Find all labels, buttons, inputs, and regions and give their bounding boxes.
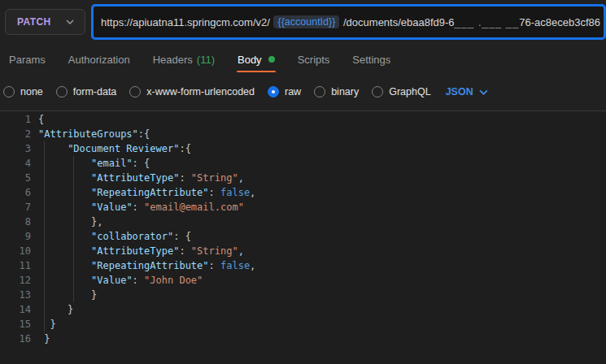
body-code-editor[interactable]: 1{2"AttributeGroups":{3 "Document Review…: [0, 110, 606, 364]
editor-row: 8 },: [0, 214, 606, 229]
line-number: 1: [0, 112, 31, 127]
tab-label: Params: [9, 54, 46, 66]
line-number: 10: [0, 244, 31, 258]
line-number: 5: [0, 171, 31, 185]
raw-format-label: JSON: [446, 86, 473, 98]
code-line[interactable]: "AttributeType": "String",: [31, 244, 244, 258]
radio-icon[interactable]: [56, 86, 68, 98]
request-tabs: ParamsAuthorizationHeaders(11)BodyScript…: [0, 44, 606, 75]
line-number: 16: [0, 332, 31, 346]
line-number: 11: [0, 258, 31, 273]
account-id-variable-chip[interactable]: {{accountId}}: [273, 15, 339, 28]
line-number: 14: [0, 302, 31, 317]
line-number: 3: [0, 141, 31, 156]
editor-row: 6 "RepeatingAttribute": false,: [0, 185, 606, 200]
radio-icon[interactable]: [3, 86, 15, 98]
method-label: PATCH: [17, 16, 51, 28]
url-path: /documents/eb: [340, 16, 412, 28]
editor-row: 16 }: [0, 332, 606, 346]
line-number: 8: [0, 214, 31, 229]
tab-label: Headers: [153, 54, 193, 66]
editor-row: 15 }: [0, 317, 606, 332]
code-line[interactable]: "AttributeGroups":{: [31, 127, 150, 141]
editor-row: 11 "RepeatingAttribute": false,: [0, 258, 606, 273]
radio-label: none: [20, 86, 43, 98]
code-line[interactable]: "RepeatingAttribute": false,: [31, 258, 255, 273]
tab-body[interactable]: Body: [237, 44, 276, 75]
raw-format-dropdown[interactable]: JSON: [446, 86, 488, 98]
code-line[interactable]: {: [31, 112, 44, 127]
tab-label: Settings: [352, 54, 390, 66]
code-line[interactable]: "AttributeType": "String",: [31, 171, 244, 185]
body-type-options: noneform-datax-www-form-urlencodedrawbin…: [3, 86, 431, 98]
line-number: 6: [0, 185, 31, 200]
line-number: 2: [0, 127, 31, 141]
tab-scripts[interactable]: Scripts: [297, 44, 331, 75]
editor-row: 1{: [0, 112, 606, 127]
code-lines: 1{2"AttributeGroups":{3 "Document Review…: [0, 112, 606, 346]
editor-row: 4 "email": {: [0, 156, 606, 171]
url-path-2: aa8fd9-6: [412, 16, 454, 28]
body-type-binary[interactable]: binary: [314, 86, 359, 98]
body-type-graphql[interactable]: GraphQL: [372, 86, 430, 98]
unsaved-changes-dot-icon: [268, 56, 275, 63]
code-line[interactable]: "Value": "John Doe": [31, 273, 203, 288]
code-line[interactable]: "Value": "email@email.com": [31, 200, 244, 214]
radio-label: form-data: [73, 86, 117, 98]
chevron-down-icon: [66, 20, 74, 24]
indent-guide: [73, 156, 74, 302]
tab-authorization[interactable]: Authorization: [68, 44, 131, 75]
editor-row: 2"AttributeGroups":{: [0, 127, 606, 141]
radio-label: binary: [331, 86, 359, 98]
tab-label: Authorization: [68, 54, 130, 66]
editor-row: 3 "Document Reviewer":{: [0, 141, 606, 156]
method-selector[interactable]: PATCH: [5, 9, 85, 35]
request-bar: PATCH https://apiuatna11.springcm.com/v2…: [0, 0, 606, 44]
radio-icon[interactable]: [268, 86, 279, 98]
tab-headers[interactable]: Headers(11): [152, 44, 216, 75]
code-line[interactable]: "Document Reviewer":{: [31, 141, 191, 156]
editor-row: 13 }: [0, 288, 606, 302]
redacted-guid-segment: ___ .___ __: [455, 16, 520, 28]
editor-row: 12 "Value": "John Doe": [0, 273, 606, 288]
url-suffix: 76-ac8eceb3cf86: [519, 16, 600, 28]
body-type-row: noneform-datax-www-form-urlencodedrawbin…: [0, 75, 606, 109]
code-line[interactable]: },: [31, 214, 102, 229]
code-line[interactable]: "collaborator": {: [31, 229, 191, 244]
line-number: 7: [0, 200, 31, 214]
headers-count-badge: (11): [197, 54, 215, 66]
tab-settings[interactable]: Settings: [351, 44, 391, 75]
radio-icon[interactable]: [129, 86, 141, 98]
url-prefix: https://apiuatna11.springcm.com/v2/: [101, 16, 272, 28]
line-number: 4: [0, 156, 31, 171]
editor-row: 14 }: [0, 302, 606, 317]
url-input[interactable]: https://apiuatna11.springcm.com/v2/ {{ac…: [91, 4, 606, 40]
body-type-x-www-form-urlencoded[interactable]: x-www-form-urlencoded: [129, 86, 255, 98]
editor-row: 9 "collaborator": {: [0, 229, 606, 244]
editor-row: 5 "AttributeType": "String",: [0, 171, 606, 185]
code-line[interactable]: "email": {: [31, 156, 150, 171]
chevron-down-icon: [479, 89, 488, 95]
indent-guide: [44, 141, 45, 332]
code-line[interactable]: }: [31, 288, 97, 302]
radio-icon[interactable]: [372, 86, 383, 98]
tab-params[interactable]: Params: [8, 44, 46, 75]
body-type-raw[interactable]: raw: [268, 86, 301, 98]
radio-label: x-www-form-urlencoded: [146, 86, 255, 98]
body-type-form-data[interactable]: form-data: [56, 86, 117, 98]
line-number: 9: [0, 229, 31, 244]
line-number: 13: [0, 288, 31, 302]
editor-row: 10 "AttributeType": "String",: [0, 244, 606, 258]
line-number: 12: [0, 273, 31, 288]
radio-label: GraphQL: [389, 86, 430, 98]
editor-row: 7 "Value": "email@email.com": [0, 200, 606, 214]
code-line[interactable]: }: [31, 332, 50, 346]
body-type-none[interactable]: none: [3, 86, 43, 98]
code-line[interactable]: "RepeatingAttribute": false,: [31, 185, 255, 200]
tab-label: Scripts: [298, 54, 330, 66]
radio-label: raw: [285, 86, 301, 98]
line-number: 15: [0, 317, 31, 332]
radio-icon[interactable]: [314, 86, 325, 98]
tab-label: Body: [238, 54, 262, 66]
code-line[interactable]: }: [31, 302, 73, 317]
